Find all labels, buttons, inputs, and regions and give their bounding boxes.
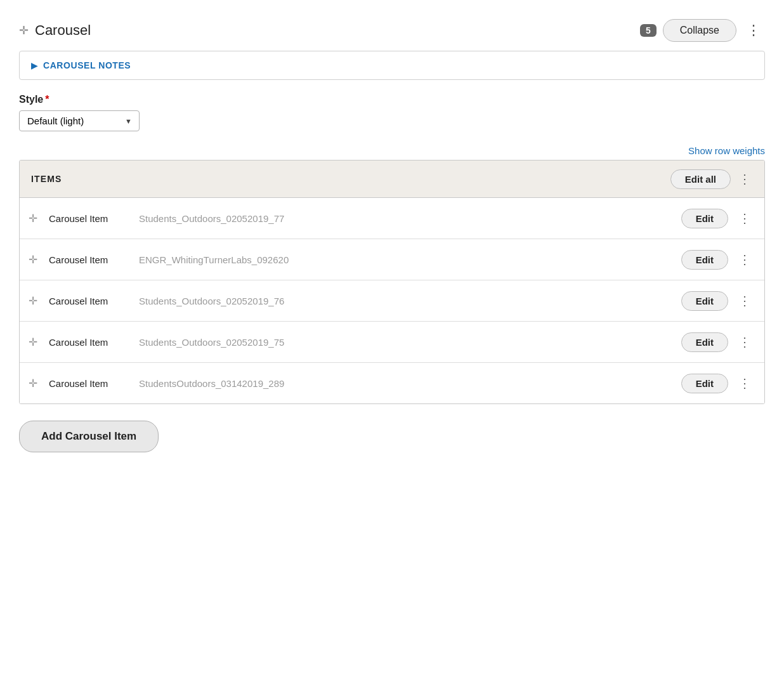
item-edit-button[interactable]: Edit xyxy=(681,209,728,228)
item-type-label: Carousel Item xyxy=(49,213,131,224)
item-edit-button[interactable]: Edit xyxy=(681,332,728,352)
table-row: ✛ Carousel Item StudentsOutdoors_0314201… xyxy=(20,363,764,403)
component-title: Carousel xyxy=(35,22,634,39)
item-filename: StudentsOutdoors_03142019_289 xyxy=(139,378,674,389)
row-drag-handle-icon[interactable]: ✛ xyxy=(29,253,37,266)
item-more-options-button[interactable]: ⋮ xyxy=(736,291,754,311)
item-type-label: Carousel Item xyxy=(49,296,131,306)
drag-handle-icon[interactable]: ✛ xyxy=(19,23,29,37)
notes-label: CAROUSEL NOTES xyxy=(43,60,131,70)
item-edit-button[interactable]: Edit xyxy=(681,250,728,270)
items-section-label: ITEMS xyxy=(31,174,670,184)
item-more-options-button[interactable]: ⋮ xyxy=(736,249,754,270)
items-table: ITEMS Edit all ⋮ ✛ Carousel Item Student… xyxy=(19,160,765,404)
style-select[interactable]: Default (light)Default (dark)Custom xyxy=(19,110,140,131)
row-drag-handle-icon[interactable]: ✛ xyxy=(29,377,37,390)
row-weights-bar: Show row weights xyxy=(19,145,765,160)
item-count-badge: 5 xyxy=(640,24,657,37)
table-row: ✛ Carousel Item Students_Outdoors_020520… xyxy=(20,198,764,239)
table-row: ✛ Carousel Item Students_Outdoors_020520… xyxy=(20,322,764,363)
item-more-options-button[interactable]: ⋮ xyxy=(736,332,754,352)
show-row-weights-button[interactable]: Show row weights xyxy=(688,145,765,156)
item-more-options-button[interactable]: ⋮ xyxy=(736,208,754,228)
item-edit-button[interactable]: Edit xyxy=(681,291,728,311)
style-field-label: Style* xyxy=(19,94,765,105)
item-filename: Students_Outdoors_02052019_75 xyxy=(139,337,674,348)
header-more-options-button[interactable]: ⋮ xyxy=(743,20,765,41)
item-type-label: Carousel Item xyxy=(49,254,131,265)
item-rows-container: ✛ Carousel Item Students_Outdoors_020520… xyxy=(20,198,764,403)
add-carousel-item-button[interactable]: Add Carousel Item xyxy=(19,421,159,452)
carousel-notes-box: ▶ CAROUSEL NOTES xyxy=(19,51,765,80)
row-drag-handle-icon[interactable]: ✛ xyxy=(29,294,37,308)
style-select-container[interactable]: Default (light)Default (dark)Custom xyxy=(19,110,140,131)
required-indicator: * xyxy=(45,94,49,105)
style-field: Style* Default (light)Default (dark)Cust… xyxy=(19,94,765,131)
table-row: ✛ Carousel Item Students_Outdoors_020520… xyxy=(20,280,764,322)
row-drag-handle-icon[interactable]: ✛ xyxy=(29,336,37,349)
component-header: ✛ Carousel 5 Collapse ⋮ xyxy=(19,13,765,51)
items-more-options-button[interactable]: ⋮ xyxy=(736,169,754,189)
table-row: ✛ Carousel Item ENGR_WhitingTurnerLabs_0… xyxy=(20,239,764,280)
edit-all-button[interactable]: Edit all xyxy=(670,169,731,189)
items-table-header: ITEMS Edit all ⋮ xyxy=(20,161,764,198)
item-filename: Students_Outdoors_02052019_77 xyxy=(139,213,674,224)
notes-toggle[interactable]: ▶ CAROUSEL NOTES xyxy=(31,60,753,70)
row-drag-handle-icon[interactable]: ✛ xyxy=(29,212,37,225)
item-filename: Students_Outdoors_02052019_76 xyxy=(139,296,674,306)
item-type-label: Carousel Item xyxy=(49,378,131,389)
item-edit-button[interactable]: Edit xyxy=(681,374,728,393)
item-filename: ENGR_WhitingTurnerLabs_092620 xyxy=(139,254,674,265)
collapse-button[interactable]: Collapse xyxy=(663,19,736,42)
notes-arrow-icon: ▶ xyxy=(31,60,38,70)
item-more-options-button[interactable]: ⋮ xyxy=(736,373,754,393)
item-type-label: Carousel Item xyxy=(49,337,131,348)
